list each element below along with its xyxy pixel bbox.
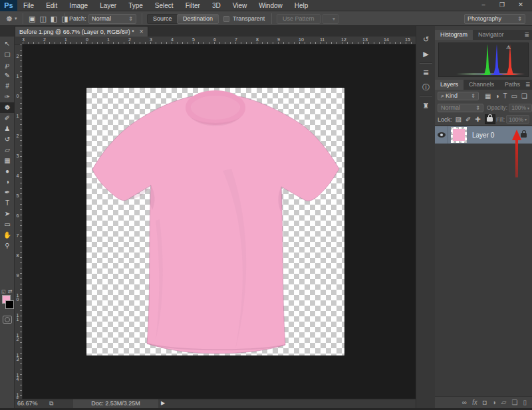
menu-layer[interactable]: Layer bbox=[94, 0, 122, 11]
gradient-tool[interactable]: ▦ bbox=[0, 155, 15, 166]
lock-pixels-icon[interactable]: ✐ bbox=[464, 116, 473, 123]
fill-label: Fill: bbox=[496, 116, 505, 123]
menu-3d[interactable]: 3D bbox=[206, 0, 227, 11]
lock-all-button[interactable] bbox=[485, 114, 495, 124]
shape-tool[interactable]: ▭ bbox=[0, 219, 15, 230]
source-button[interactable]: Source bbox=[147, 14, 178, 24]
info-panel-icon[interactable]: ⓘ bbox=[416, 80, 436, 94]
canvas-area[interactable] bbox=[23, 45, 416, 399]
tab-navigator[interactable]: Navigator bbox=[473, 30, 509, 40]
document-tab[interactable]: Before 1.png @ 66.7% (Layer 0, RGB/8#) *… bbox=[15, 26, 148, 37]
blur-tool[interactable]: ● bbox=[0, 166, 15, 177]
clone-stamp-tool[interactable]: ♟ bbox=[0, 124, 15, 134]
dodge-tool[interactable]: ◑ bbox=[0, 177, 15, 187]
ruler-label: 12 bbox=[15, 333, 20, 341]
menu-view[interactable]: View bbox=[227, 0, 253, 11]
ruler-label: 13 bbox=[15, 353, 20, 361]
new-group-icon[interactable]: ▱ bbox=[499, 399, 509, 406]
panel-menu-icon[interactable]: ≣ bbox=[525, 80, 532, 90]
document-canvas[interactable] bbox=[86, 88, 344, 356]
menu-items: FileEditImageLayerTypeSelectFilter3DView… bbox=[17, 0, 314, 11]
zoom-level-field[interactable]: 66.67% bbox=[17, 400, 38, 407]
tab-histogram[interactable]: Histogram bbox=[435, 30, 473, 40]
menu-file[interactable]: File bbox=[17, 0, 40, 11]
panel-menu-icon[interactable]: ≣ bbox=[524, 30, 532, 40]
tab-paths[interactable]: Paths bbox=[499, 80, 525, 90]
hand-tool[interactable]: ✋ bbox=[0, 230, 15, 241]
filter-type-layers-icon[interactable]: T bbox=[501, 92, 509, 100]
export-icon[interactable]: ⧉ bbox=[49, 400, 53, 407]
zoom-tool[interactable]: ⚲ bbox=[0, 241, 15, 251]
menu-image[interactable]: Image bbox=[63, 0, 94, 11]
layer-mask-icon[interactable]: ◘ bbox=[480, 399, 489, 406]
type-tool[interactable]: T bbox=[0, 198, 15, 209]
new-selection-icon[interactable]: ▣ bbox=[27, 15, 37, 23]
move-tool[interactable]: ↖ bbox=[0, 39, 15, 49]
filter-adjustment-layers-icon[interactable]: ◑ bbox=[493, 92, 501, 100]
minimize-button[interactable]: – bbox=[475, 0, 492, 10]
layer-filter-kind-dropdown[interactable]: ⌕ Kind ⇕ bbox=[438, 92, 479, 100]
dropdown-arrow-icon: ▾ bbox=[527, 106, 529, 110]
path-selection-tool[interactable]: ➤ bbox=[0, 209, 15, 219]
menu-window[interactable]: Window bbox=[253, 0, 289, 11]
actions-panel-icon[interactable]: ▶ bbox=[416, 47, 436, 60]
new-layer-icon[interactable]: ❏ bbox=[509, 399, 521, 406]
properties-panel-icon[interactable]: ≣ bbox=[416, 66, 436, 79]
patch-tool-preset-icon[interactable]: ☸ bbox=[4, 15, 15, 23]
lock-transparent-icon[interactable]: ▨ bbox=[454, 116, 464, 123]
tab-close-icon[interactable]: × bbox=[140, 28, 144, 35]
brush-tool[interactable]: ✐ bbox=[0, 113, 15, 124]
layer-style-icon[interactable]: fx bbox=[469, 399, 480, 406]
layer-thumbnail[interactable] bbox=[451, 127, 467, 143]
close-button[interactable]: ✕ bbox=[512, 0, 529, 10]
tab-channels[interactable]: Channels bbox=[464, 80, 499, 90]
dropdown-arrow-icon: ⇕ bbox=[125, 16, 133, 22]
clipping-warning-icon[interactable]: ⚠ bbox=[506, 45, 511, 51]
background-color-swatch[interactable] bbox=[5, 300, 14, 309]
menu-help[interactable]: Help bbox=[289, 0, 315, 11]
restore-button[interactable]: ❐ bbox=[493, 0, 511, 10]
adjustment-layer-icon[interactable]: ◑ bbox=[489, 399, 499, 406]
layer-visibility-toggle[interactable] bbox=[435, 126, 448, 144]
default-colors-icon[interactable]: ◱ bbox=[1, 289, 6, 294]
link-layers-icon[interactable]: ∞ bbox=[460, 399, 469, 406]
quick-selection-tool[interactable]: ✎ bbox=[0, 70, 15, 81]
dropdown-arrow-icon: ▾ bbox=[525, 117, 527, 122]
swap-colors-icon[interactable]: ⇄ bbox=[8, 288, 13, 294]
status-expand-icon[interactable]: ▶ bbox=[161, 400, 165, 406]
filter-shape-layers-icon[interactable]: ▭ bbox=[509, 92, 519, 100]
ruler-label: 12 bbox=[341, 37, 346, 42]
tab-layers[interactable]: Layers bbox=[435, 80, 464, 90]
history-panel-icon[interactable]: ↺ bbox=[416, 33, 436, 46]
clone-source-panel-icon[interactable]: ♜ bbox=[416, 99, 436, 112]
destination-button[interactable]: Destination bbox=[177, 14, 219, 24]
quick-mask-button[interactable] bbox=[3, 316, 12, 324]
blend-mode-dropdown[interactable]: Normal ⇕ bbox=[438, 104, 483, 112]
layer-name[interactable]: Layer 0 bbox=[472, 132, 494, 139]
filter-smart-objects-icon[interactable]: ❏ bbox=[519, 92, 529, 100]
ruler-label: 15 bbox=[405, 37, 410, 42]
menu-type[interactable]: Type bbox=[122, 0, 149, 11]
marquee-tool[interactable]: ▢ bbox=[0, 49, 15, 60]
eyedropper-tool[interactable]: ✑ bbox=[0, 92, 15, 102]
workspace-dropdown[interactable]: Photography ⇕ bbox=[464, 14, 525, 24]
add-selection-icon[interactable]: ◫ bbox=[37, 15, 48, 23]
menu-filter[interactable]: Filter bbox=[180, 0, 206, 11]
preset-dropdown-arrow-icon[interactable]: ▾ bbox=[15, 16, 17, 21]
lock-position-icon[interactable]: ✚ bbox=[473, 116, 482, 123]
crop-tool[interactable]: # bbox=[0, 81, 15, 92]
fill-value: 100% ▾ bbox=[506, 115, 529, 124]
delete-layer-icon[interactable]: ▯ bbox=[520, 399, 529, 406]
pen-tool[interactable]: ✒ bbox=[0, 187, 15, 198]
layers-list-empty-area[interactable] bbox=[435, 144, 532, 396]
transparent-checkbox[interactable] bbox=[223, 16, 229, 22]
history-brush-tool[interactable]: ↺ bbox=[0, 134, 15, 145]
patch-mode-dropdown[interactable]: Normal ⇕ bbox=[88, 14, 136, 24]
lasso-tool[interactable]: ℘ bbox=[0, 60, 15, 70]
eraser-tool[interactable]: ▱ bbox=[0, 145, 15, 155]
patch-tool[interactable]: ☸ bbox=[0, 102, 15, 113]
subtract-selection-icon[interactable]: ◧ bbox=[49, 15, 59, 23]
menu-edit[interactable]: Edit bbox=[40, 0, 63, 11]
menu-select[interactable]: Select bbox=[149, 0, 180, 11]
filter-pixel-layers-icon[interactable]: ▦ bbox=[483, 92, 493, 100]
